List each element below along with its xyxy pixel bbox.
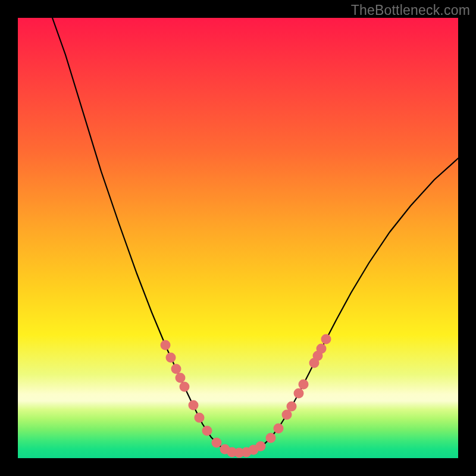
data-dot xyxy=(317,344,327,354)
data-dot xyxy=(195,413,205,423)
watermark-text: TheBottleneck.com xyxy=(351,2,470,18)
data-dot xyxy=(274,424,284,434)
data-dot xyxy=(299,380,309,390)
data-dot xyxy=(161,340,171,350)
chart-frame: TheBottleneck.com xyxy=(0,0,476,476)
data-dot xyxy=(321,334,331,345)
data-dot xyxy=(166,353,176,363)
data-dot xyxy=(212,438,222,448)
data-dot xyxy=(256,441,266,452)
data-dot xyxy=(294,389,304,399)
chart-plot-area xyxy=(18,18,458,458)
data-dot xyxy=(180,382,190,392)
data-dot xyxy=(176,373,186,383)
data-dot xyxy=(287,402,297,412)
data-dot xyxy=(171,364,181,374)
chart-svg xyxy=(18,18,458,458)
bottleneck-curve xyxy=(52,18,458,453)
data-dot xyxy=(202,426,212,436)
scatter-dots xyxy=(161,334,331,458)
data-dot xyxy=(266,433,276,443)
data-dot xyxy=(189,400,199,411)
